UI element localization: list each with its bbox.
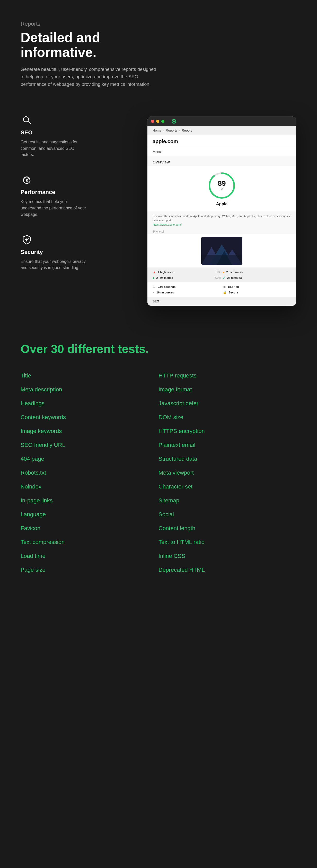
breadcrumb-arrow-2: › (179, 128, 180, 132)
shield-icon (21, 233, 33, 246)
file-icon: ▣ (223, 285, 226, 288)
issues-row: ▲ 1 high issue 3.0% ● 2 medium is ● 2 lo… (147, 268, 296, 282)
issue-passed: ✓ 28 tests pa (223, 276, 291, 280)
speedometer-icon (21, 174, 33, 186)
browser-dot-close (151, 120, 154, 123)
stat-resources: ≡ 16 resources (152, 290, 221, 294)
issue-low-icon: ● (152, 276, 155, 280)
test-meta-description[interactable]: Meta description (21, 382, 158, 397)
test-favicon[interactable]: Favicon (21, 521, 158, 535)
issue-medium-icon: ● (223, 270, 225, 274)
report-overview-label: Overview (147, 156, 296, 166)
stats-row: ⏱ 0.05 seconds ▣ 18.87 kb ≡ 16 resources… (147, 282, 296, 297)
browser-dot-minimize (156, 120, 159, 123)
issue-medium-count: 2 medium is (226, 271, 242, 274)
stat-resources-value: 16 resources (156, 291, 174, 294)
test-text-to-html-ratio[interactable]: Text to HTML ratio (158, 535, 296, 549)
browser-bar (147, 117, 296, 126)
screenshot-container: Home › Reports › Report apple.com Menu O… (103, 114, 296, 306)
report-site-name: apple.com (152, 138, 291, 145)
test-content-length[interactable]: Content length (158, 521, 296, 535)
report-breadcrumb: Home › Reports › Report (147, 126, 296, 135)
score-label: Apple (216, 202, 227, 206)
test-text-compression[interactable]: Text compression (21, 535, 158, 549)
test-404-page[interactable]: 404 page (21, 452, 158, 466)
report-site-header: apple.com (147, 135, 296, 147)
stat-size-value: 18.87 kb (228, 285, 239, 288)
report-desc-text: Discover the innovative world of Apple a… (152, 215, 291, 222)
breadcrumb-arrow-1: › (163, 128, 164, 132)
test-deprecated-html[interactable]: Deprecated HTML (158, 563, 296, 577)
breadcrumb-home: Home (152, 128, 162, 132)
issue-passed-count: 28 tests pa (227, 276, 242, 279)
device-row (147, 234, 296, 268)
test-language[interactable]: Language (21, 507, 158, 521)
stat-load-time-value: 0.05 seconds (158, 285, 175, 288)
report-menu-label: Menu (152, 150, 161, 154)
report-description: Discover the innovative world of Apple a… (147, 212, 296, 229)
report-footer-label: SEO (147, 297, 296, 306)
feature-seo-desc: Get results and suggestions for common, … (21, 139, 87, 158)
issue-high-count: 1 high issue (158, 271, 174, 274)
feature-seo: SEO Get results and suggestions for comm… (21, 114, 87, 158)
feature-performance-title: Performance (21, 189, 87, 195)
test-plaintext-email[interactable]: Plaintext email (158, 438, 296, 452)
clock-icon: ⏱ (152, 285, 156, 288)
issue-high-pct: 3.0% (214, 271, 221, 274)
breadcrumb-current: Report (182, 128, 192, 132)
features-list: SEO Get results and suggestions for comm… (21, 114, 87, 271)
issue-medium: ● 2 medium is (223, 270, 291, 274)
hero-section: Reports Detailed and informative. Genera… (0, 0, 317, 103)
test-title[interactable]: Title (21, 369, 158, 382)
score-value: 89 (218, 180, 226, 187)
test-sitemap[interactable]: Sitemap (158, 494, 296, 507)
svg-point-0 (23, 117, 29, 122)
svg-rect-17 (201, 255, 242, 265)
test-in-page-links[interactable]: In-page links (21, 494, 158, 507)
test-seo-friendly-url[interactable]: SEO friendly URL (21, 438, 158, 452)
score-max: 100 (218, 187, 226, 191)
search-icon (21, 114, 33, 126)
svg-point-4 (26, 180, 27, 181)
issue-high-icon: ▲ (152, 270, 156, 274)
hero-description: Generate beautiful, user-friendly, compr… (21, 66, 160, 88)
test-image-keywords[interactable]: Image keywords (21, 424, 158, 438)
favicon-icon (172, 119, 176, 124)
features-screenshot-row: SEO Get results and suggestions for comm… (0, 103, 317, 322)
tests-title: Over 30 different tests. (21, 342, 296, 356)
svg-line-1 (28, 121, 31, 124)
hero-label: Reports (21, 21, 160, 27)
feature-seo-title: SEO (21, 129, 87, 136)
feature-security: Security Ensure that your webpage's priv… (21, 233, 87, 271)
test-https-encryption[interactable]: HTTPS encryption (158, 424, 296, 438)
test-javascript-defer[interactable]: Javascript defer (158, 397, 296, 410)
test-meta-viewport[interactable]: Meta viewport (158, 466, 296, 480)
test-structured-data[interactable]: Structured data (158, 452, 296, 466)
test-content-keywords[interactable]: Content keywords (21, 410, 158, 424)
stat-load-time: ⏱ 0.05 seconds (152, 285, 221, 288)
tests-left-column: Title Meta description Headings Content … (21, 369, 158, 577)
test-dom-size[interactable]: DOM size (158, 410, 296, 424)
issue-low: ● 2 low issues 6.1% (152, 276, 221, 280)
feature-performance-desc: Key metrics that help you understand the… (21, 198, 87, 218)
issue-passed-icon: ✓ (223, 276, 226, 280)
test-noindex[interactable]: Noindex (21, 480, 158, 494)
test-robots-txt[interactable]: Robots.txt (21, 466, 158, 480)
feature-security-desc: Ensure that your webpage's privacy and s… (21, 258, 87, 271)
stat-secure-value: Secure (229, 291, 238, 294)
test-inline-css[interactable]: Inline CSS (158, 549, 296, 563)
breadcrumb-reports: Reports (166, 128, 177, 132)
hero-title: Detailed and informative. (21, 30, 160, 60)
tests-right-column: HTTP requests Image format Javascript de… (158, 369, 296, 577)
test-page-size[interactable]: Page size (21, 563, 158, 577)
test-social[interactable]: Social (158, 507, 296, 521)
test-headings[interactable]: Headings (21, 397, 158, 410)
test-http-requests[interactable]: HTTP requests (158, 369, 296, 382)
list-icon: ≡ (152, 290, 154, 294)
score-circle: 89 100 (208, 172, 236, 200)
test-load-time[interactable]: Load time (21, 549, 158, 563)
issue-high: ▲ 1 high issue 3.0% (152, 270, 221, 274)
test-character-set[interactable]: Character set (158, 480, 296, 494)
test-image-format[interactable]: Image format (158, 382, 296, 397)
tests-section: Over 30 different tests. Title Meta desc… (0, 321, 317, 592)
